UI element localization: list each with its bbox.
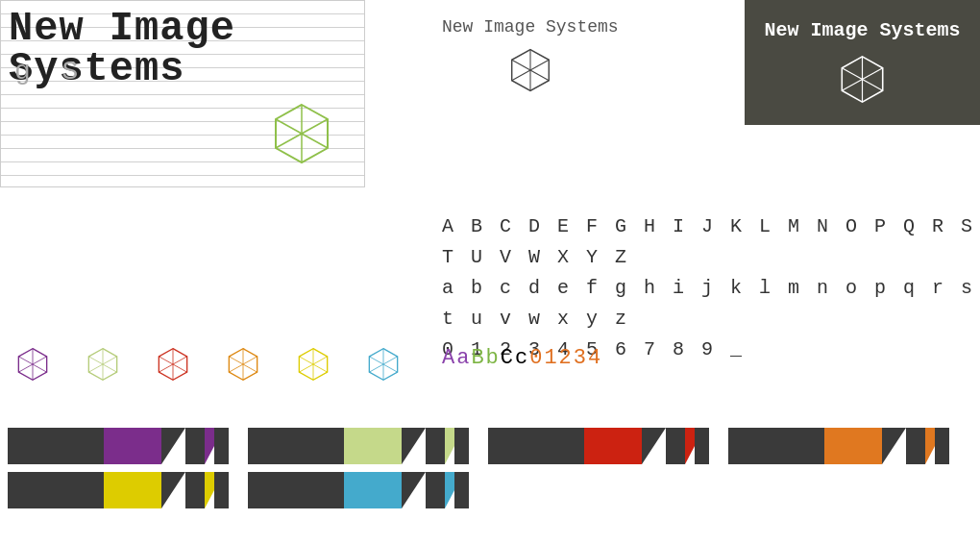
color-bars-section: [0, 428, 980, 516]
bar-dark-red: [488, 428, 709, 464]
logo-dark-hex-icon: [836, 53, 889, 106]
alphabet-uppercase: A B C D E F G H I J K L M N O P Q R S T …: [442, 211, 980, 273]
svg-rect-67: [344, 472, 402, 508]
logo-minimal-title: New Image Systems: [442, 17, 619, 37]
svg-rect-66: [248, 472, 344, 508]
svg-rect-37: [104, 428, 161, 464]
svg-rect-48: [488, 428, 584, 464]
svg-rect-57: [906, 428, 925, 464]
svg-rect-51: [666, 428, 685, 464]
color-sample-dark: Cc: [501, 346, 529, 370]
svg-rect-65: [214, 472, 229, 508]
logo-dark-title: New Image Systems: [764, 19, 960, 41]
svg-rect-36: [8, 428, 104, 464]
hex-icon-yellow: [295, 346, 331, 383]
svg-rect-55: [824, 428, 882, 464]
svg-marker-62: [161, 472, 185, 508]
hex-icon-purple: [14, 346, 51, 383]
svg-rect-41: [214, 428, 229, 464]
color-sample-green: Bb: [471, 346, 500, 370]
hex-icon-orange: [225, 346, 261, 383]
alphabet-section: A B C D E F G H I J K L M N O P Q R S T …: [442, 211, 980, 365]
svg-rect-54: [728, 428, 824, 464]
svg-marker-38: [161, 428, 185, 464]
logo-dark-card: New Image Systems: [745, 0, 980, 125]
logo-minimal-hex-icon: [506, 46, 554, 94]
svg-rect-71: [454, 472, 469, 508]
svg-marker-50: [642, 428, 666, 464]
hex-icons-row: [0, 346, 402, 383]
logo-minimal-card: New Image Systems: [442, 17, 619, 94]
svg-marker-44: [402, 428, 426, 464]
color-sample-text: AaBbCc01234: [442, 346, 602, 370]
hex-icon-light-green: [85, 346, 121, 383]
bar-row-2: [0, 472, 980, 508]
svg-rect-43: [344, 428, 402, 464]
color-sample-purple: Aa: [442, 346, 471, 370]
bar-dark-yellow: [8, 472, 229, 508]
bar-dark-lightgreen: [248, 428, 469, 464]
svg-marker-68: [402, 472, 426, 508]
bar-row-1: [0, 428, 980, 464]
logo-paper-card: New Image Systems g S: [0, 0, 365, 187]
bar-dark-cyan: [248, 472, 469, 508]
svg-rect-63: [185, 472, 205, 508]
svg-rect-59: [935, 428, 949, 464]
svg-rect-49: [584, 428, 642, 464]
svg-rect-39: [185, 428, 205, 464]
svg-rect-47: [454, 428, 469, 464]
hex-icon-red: [155, 346, 191, 383]
svg-rect-69: [426, 472, 445, 508]
bar-dark-purple: [8, 428, 229, 464]
svg-rect-61: [104, 472, 161, 508]
svg-rect-60: [8, 472, 104, 508]
logo-paper-hex-icon: [268, 100, 335, 172]
svg-rect-45: [426, 428, 445, 464]
svg-rect-42: [248, 428, 344, 464]
svg-marker-56: [882, 428, 906, 464]
color-sample-orange: 01234: [529, 346, 602, 370]
alphabet-lowercase: a b c d e f g h i j k l m n o p q r s t …: [442, 273, 980, 334]
logo-paper-sub: g S: [14, 57, 86, 87]
hex-icon-cyan: [365, 346, 402, 383]
svg-rect-53: [695, 428, 709, 464]
bar-dark-orange: [728, 428, 949, 464]
